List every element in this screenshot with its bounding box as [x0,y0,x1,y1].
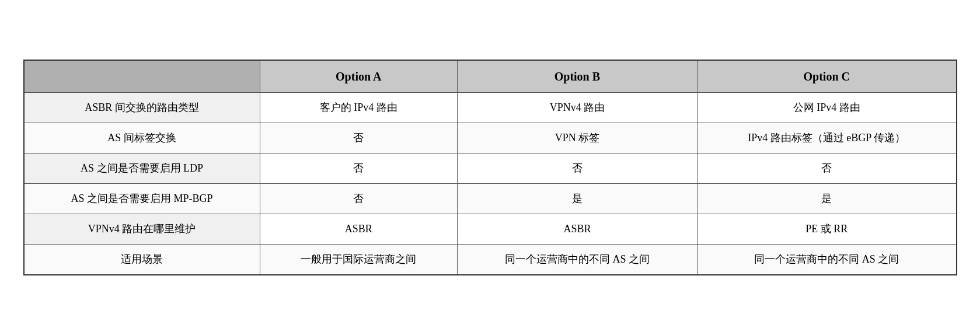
table-wrapper: Option A Option B Option C ASBR 间交换的路由类型… [23,60,957,275]
row-label-3: AS 之间是否需要启用 MP-BGP [24,184,260,214]
row-0-optc: 公网 IPv4 路由 [697,93,957,123]
header-row: Option A Option B Option C [24,60,957,93]
row-label-5: 适用场景 [24,245,260,275]
header-option-c: Option C [697,60,957,93]
row-0-opta: 客户的 IPv4 路由 [260,93,457,123]
table-row: AS 之间是否需要启用 LDP 否 否 否 [24,153,957,184]
row-5-opta: 一般用于国际运营商之间 [260,245,457,275]
header-option-a: Option A [260,60,457,93]
row-4-opta: ASBR [260,214,457,245]
comparison-table: Option A Option B Option C ASBR 间交换的路由类型… [23,60,957,275]
table-row: 适用场景 一般用于国际运营商之间 同一个运营商中的不同 AS 之间 同一个运营商… [24,245,957,275]
row-3-optb: 是 [457,184,697,214]
row-4-optb: ASBR [457,214,697,245]
row-1-optc: IPv4 路由标签（通过 eBGP 传递） [697,123,957,153]
row-4-optc: PE 或 RR [697,214,957,245]
row-label-0: ASBR 间交换的路由类型 [24,93,260,123]
row-3-optc: 是 [697,184,957,214]
table-row: ASBR 间交换的路由类型 客户的 IPv4 路由 VPNv4 路由 公网 IP… [24,93,957,123]
header-option-b: Option B [457,60,697,93]
row-2-optb: 否 [457,153,697,184]
row-1-optb: VPN 标签 [457,123,697,153]
table-row: AS 之间是否需要启用 MP-BGP 否 是 是 [24,184,957,214]
table-row: AS 间标签交换 否 VPN 标签 IPv4 路由标签（通过 eBGP 传递） [24,123,957,153]
table-row: VPNv4 路由在哪里维护 ASBR ASBR PE 或 RR [24,214,957,245]
row-5-optc: 同一个运营商中的不同 AS 之间 [697,245,957,275]
row-0-optb: VPNv4 路由 [457,93,697,123]
header-col0 [24,60,260,93]
row-label-2: AS 之间是否需要启用 LDP [24,153,260,184]
row-2-optc: 否 [697,153,957,184]
row-3-opta: 否 [260,184,457,214]
row-label-1: AS 间标签交换 [24,123,260,153]
row-label-4: VPNv4 路由在哪里维护 [24,214,260,245]
row-2-opta: 否 [260,153,457,184]
row-1-opta: 否 [260,123,457,153]
row-5-optb: 同一个运营商中的不同 AS 之间 [457,245,697,275]
